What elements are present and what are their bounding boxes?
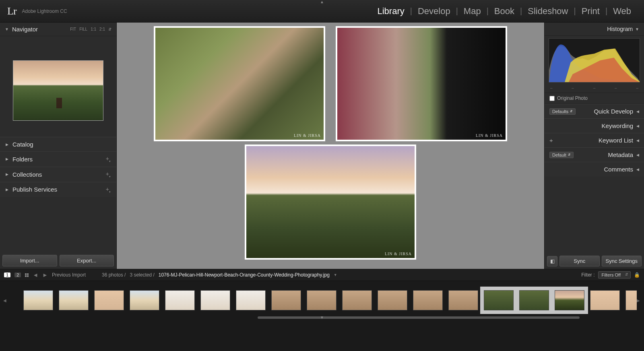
- section-label: Catalog: [12, 141, 111, 148]
- filmstrip-track[interactable]: [7, 286, 637, 314]
- zoom-1-1[interactable]: 1:1: [91, 27, 96, 31]
- section-preset-dropdown[interactable]: Defaults ⇵: [549, 108, 576, 115]
- collapse-top-icon[interactable]: ▲: [320, 0, 324, 4]
- export-button[interactable]: Export...: [60, 255, 114, 266]
- panel-section-keyword-list[interactable]: +Keyword List◀: [545, 133, 644, 147]
- panel-section-catalog[interactable]: ▶Catalog: [0, 137, 116, 151]
- add-icon[interactable]: +▾: [106, 186, 111, 194]
- filmstrip-thumbnail[interactable]: [23, 290, 53, 310]
- filmstrip-thumbnail[interactable]: [342, 290, 372, 310]
- histogram[interactable]: [549, 38, 640, 83]
- module-library[interactable]: Library: [372, 6, 410, 17]
- disclosure-triangle-icon: ▼: [5, 27, 9, 31]
- original-photo-toggle[interactable]: Original Photo: [545, 93, 644, 104]
- disclosure-triangle-icon: ◀: [636, 153, 639, 157]
- nav-forward-icon[interactable]: ►: [42, 272, 48, 278]
- disclosure-triangle-icon: ◀: [636, 124, 639, 128]
- module-develop[interactable]: Develop: [412, 6, 456, 17]
- panel-section-collections[interactable]: ▶Collections+▾: [0, 167, 116, 182]
- grid-thumbnail[interactable]: LIN & JIRSA: [155, 27, 324, 140]
- disclosure-triangle-icon: ◀: [636, 167, 639, 171]
- filter-dropdown[interactable]: Filters Off: [598, 271, 631, 279]
- panel-section-folders[interactable]: ▶Folders+▾: [0, 151, 116, 167]
- grid-view-icon[interactable]: [25, 273, 29, 277]
- original-photo-label: Original Photo: [557, 95, 588, 101]
- filmstrip-scrollbar[interactable]: [258, 316, 580, 319]
- filmstrip-thumbnail[interactable]: [590, 290, 620, 310]
- disclosure-triangle-icon: ▶: [6, 172, 8, 176]
- module-map[interactable]: Map: [458, 6, 487, 17]
- module-print[interactable]: Print: [576, 6, 605, 17]
- zoom-more-icon[interactable]: ⇵: [108, 27, 111, 31]
- grid-thumbnail[interactable]: LIN & JIRSA: [246, 146, 415, 258]
- panel-section-metadata[interactable]: Default ⇵Metadata◀: [545, 147, 644, 162]
- navigator-header[interactable]: ▼ Navigator FITFILL1:12:1⇵: [0, 23, 116, 36]
- filmstrip-thumbnail[interactable]: [200, 290, 230, 310]
- filmstrip-thumbnail[interactable]: [555, 290, 584, 310]
- sync-toggle-icon[interactable]: ◧: [547, 256, 557, 266]
- grid-view[interactable]: LIN & JIRSA LIN & JIRSA LIN & JIRSA: [117, 23, 544, 269]
- sync-button[interactable]: Sync: [559, 256, 600, 266]
- histogram-title: Histogram: [607, 26, 633, 32]
- sync-settings-button[interactable]: Sync Settings: [602, 256, 642, 266]
- filmstrip-thumbnail[interactable]: [378, 290, 407, 310]
- grid-thumbnail[interactable]: LIN & JIRSA: [337, 27, 506, 140]
- filter-lock-icon[interactable]: 🔒: [634, 272, 640, 278]
- module-slideshow[interactable]: Slideshow: [522, 6, 574, 17]
- add-icon[interactable]: +▾: [106, 155, 111, 163]
- window-1-button[interactable]: 1: [4, 273, 10, 277]
- filmstrip-thumbnail[interactable]: [59, 290, 89, 310]
- nav-back-icon[interactable]: ◄: [33, 272, 38, 278]
- zoom-fill[interactable]: FILL: [79, 27, 87, 31]
- filmstrip-thumbnail[interactable]: [484, 290, 514, 310]
- navigator-preview[interactable]: [13, 60, 103, 121]
- filmstrip-right-edge[interactable]: ▶: [637, 298, 641, 303]
- add-icon[interactable]: +: [549, 137, 553, 144]
- filmstrip-thumbnail[interactable]: [307, 290, 336, 310]
- filmstrip-thumbnail[interactable]: [413, 290, 443, 310]
- filmstrip-thumbnail[interactable]: [236, 290, 266, 310]
- watermark: LIN & JIRSA: [385, 252, 412, 256]
- section-label: Keywording: [602, 122, 633, 129]
- current-filename[interactable]: 1076-MJ-Pelican-Hill-Newport-Beach-Orang…: [159, 272, 330, 278]
- filmstrip-thumbnail[interactable]: [519, 290, 549, 310]
- app-title: Adobe Lightroom CC: [22, 8, 67, 14]
- filmstrip-thumbnail[interactable]: [271, 290, 301, 310]
- original-photo-checkbox[interactable]: [549, 96, 555, 101]
- module-web[interactable]: Web: [607, 6, 637, 17]
- filmstrip-left-edge[interactable]: ◀: [3, 298, 7, 303]
- disclosure-triangle-icon: ◀: [636, 138, 639, 142]
- source-label[interactable]: Previous Import: [52, 272, 86, 278]
- disclosure-triangle-icon: ▼: [635, 27, 639, 31]
- section-label: Metadata: [608, 151, 633, 158]
- filmstrip: ◀ ▶ ▼: [0, 281, 644, 320]
- zoom-fit[interactable]: FIT: [70, 27, 76, 31]
- histogram-header[interactable]: Histogram ▼: [545, 23, 644, 36]
- collapse-bottom-icon[interactable]: ▼: [320, 315, 324, 320]
- window-2-button[interactable]: 2: [14, 273, 21, 277]
- filmstrip-thumbnail[interactable]: [625, 290, 637, 310]
- disclosure-triangle-icon: ▶: [6, 142, 8, 147]
- panel-section-quick-develop[interactable]: Defaults ⇵Quick Develop◀: [545, 104, 644, 118]
- filmstrip-thumbnail[interactable]: [94, 290, 124, 310]
- panel-section-keywording[interactable]: Keywording◀: [545, 118, 644, 133]
- photo-count: 36 photos /: [102, 272, 126, 278]
- navigator-preview-container: [0, 36, 116, 137]
- panel-section-comments[interactable]: Comments◀: [545, 162, 644, 176]
- filmstrip-thumbnail[interactable]: [130, 290, 159, 310]
- module-book[interactable]: Book: [489, 6, 520, 17]
- panel-section-publish-services[interactable]: ▶Publish Services+▾: [0, 182, 116, 197]
- filmstrip-thumbnail[interactable]: [165, 290, 195, 310]
- selected-count: 3 selected /: [130, 272, 154, 278]
- section-label: Keyword List: [599, 137, 633, 144]
- filename-dropdown-icon[interactable]: ▼: [334, 273, 337, 277]
- filmstrip-thumbnail[interactable]: [448, 290, 478, 310]
- filter-label: Filter :: [581, 272, 594, 278]
- section-preset-dropdown[interactable]: Default ⇵: [549, 152, 574, 158]
- zoom-2-1[interactable]: 2:1: [99, 27, 105, 31]
- import-button[interactable]: Import...: [2, 255, 57, 266]
- add-icon[interactable]: +▾: [106, 171, 111, 178]
- navigator-title: Navigator: [12, 26, 70, 33]
- watermark: LIN & JIRSA: [294, 133, 321, 138]
- right-panel: Histogram ▼ ––––– Original Photo Default…: [544, 23, 644, 269]
